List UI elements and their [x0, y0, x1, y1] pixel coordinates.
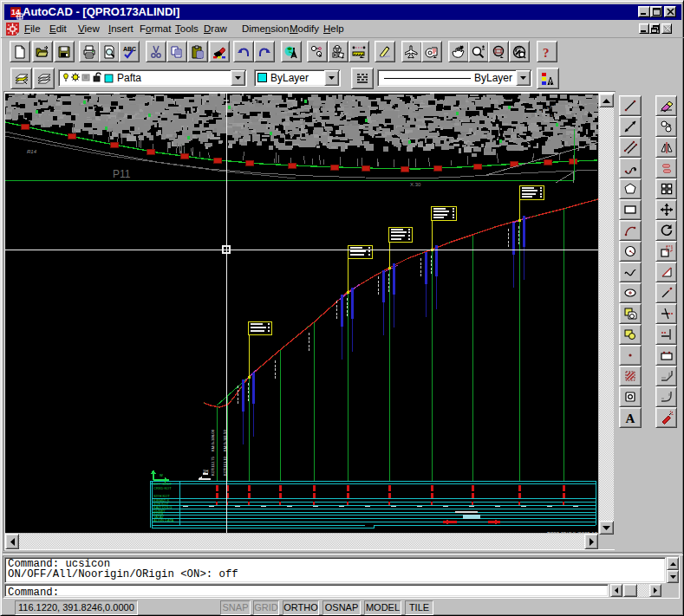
svg-text:?: ?: [543, 46, 550, 59]
svg-text:ALIGN DATA: ALIGN DATA: [153, 518, 174, 522]
svg-text:X.30: X.30: [410, 182, 421, 187]
svg-text:14: 14: [11, 8, 20, 16]
svg-text:W: W: [160, 473, 163, 477]
svg-text:E222 05/JUL/2005 18:23: E222 05/JUL/2005 18:23: [547, 531, 598, 533]
svg-text:A: A: [626, 412, 635, 425]
svg-text:1H: 1H: [203, 469, 209, 474]
svg-text:KM:0+308.00: KM:0+308.00: [211, 429, 215, 451]
svg-text:P11: P11: [113, 168, 131, 180]
svg-text:R14: R14: [27, 149, 37, 154]
svg-text:BOY KESIT: BOY KESIT: [153, 482, 173, 486]
svg-text:CRXD KOT: CRXD KOT: [153, 486, 172, 490]
svg-text:KOT:112.75: KOT:112.75: [211, 457, 215, 476]
svg-text:ABC: ABC: [123, 46, 136, 52]
